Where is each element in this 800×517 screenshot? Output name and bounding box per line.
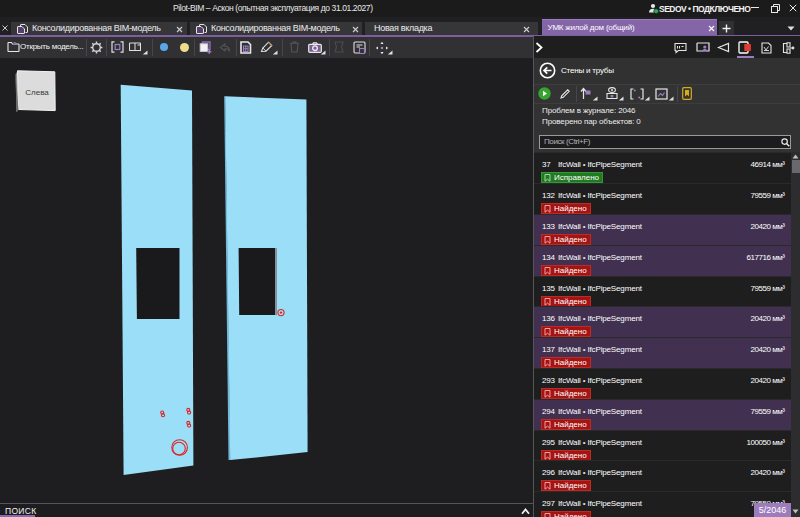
svg-text:Слева: Слева (25, 87, 49, 96)
